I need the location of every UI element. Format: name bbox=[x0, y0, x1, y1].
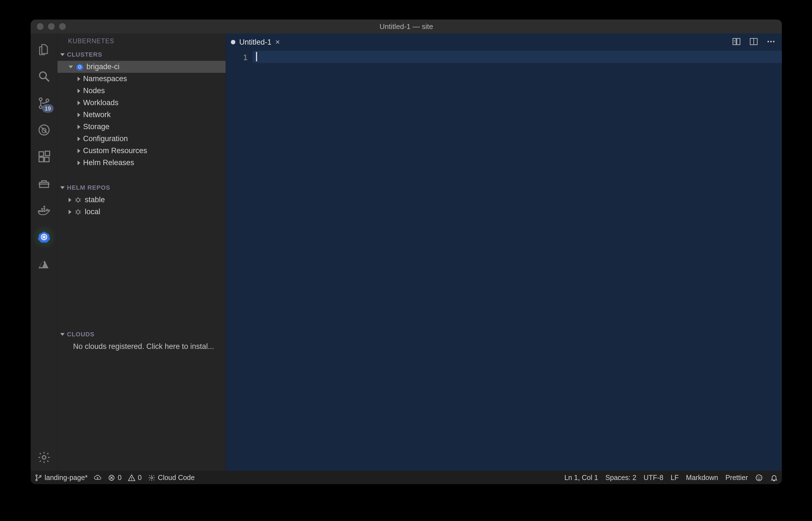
helm-repo-label: stable bbox=[85, 196, 105, 204]
toolbox-icon bbox=[37, 177, 51, 190]
minimize-window-button[interactable] bbox=[48, 23, 55, 30]
svg-rect-18 bbox=[737, 39, 740, 45]
section-header-clusters[interactable]: CLUSTERS bbox=[57, 48, 226, 61]
status-language-mode[interactable]: Markdown bbox=[686, 474, 718, 482]
git-branch-icon bbox=[34, 474, 42, 482]
cloud-code-label: Cloud Code bbox=[158, 474, 195, 482]
helm-icon bbox=[74, 196, 82, 204]
no-bug-icon bbox=[37, 123, 51, 137]
status-indentation[interactable]: Spaces: 2 bbox=[605, 474, 636, 482]
helm-tree: stable local bbox=[57, 194, 226, 220]
close-window-button[interactable] bbox=[37, 23, 44, 30]
svg-point-15 bbox=[76, 198, 80, 202]
editor-group: Untitled-1 × 1 bbox=[226, 33, 782, 471]
helm-repo-stable[interactable]: stable bbox=[57, 194, 226, 206]
cluster-node-brigade-ci[interactable]: brigade-ci bbox=[57, 61, 226, 73]
chevron-right-icon bbox=[77, 101, 80, 105]
svg-point-23 bbox=[36, 475, 37, 476]
split-editor-button[interactable] bbox=[749, 37, 759, 47]
more-actions-button[interactable] bbox=[766, 37, 776, 47]
svg-point-20 bbox=[767, 41, 769, 42]
chevron-right-icon bbox=[77, 125, 80, 129]
clouds-empty-message[interactable]: No clouds registered. Click here to inst… bbox=[57, 341, 226, 351]
error-count: 0 bbox=[118, 474, 121, 482]
title-bar[interactable]: Untitled-1 — site bbox=[31, 20, 782, 33]
section-header-clouds[interactable]: CLOUDS bbox=[57, 328, 226, 341]
scm-badge: 19 bbox=[42, 104, 53, 113]
section-header-helm-repos[interactable]: HELM REPOS bbox=[57, 182, 226, 194]
svg-point-24 bbox=[36, 479, 37, 480]
chevron-down-icon bbox=[60, 333, 65, 336]
status-cursor-position[interactable]: Ln 1, Col 1 bbox=[564, 474, 598, 482]
tree-item-configuration[interactable]: Configuration bbox=[57, 133, 226, 145]
activity-search[interactable] bbox=[31, 63, 57, 90]
text-editor[interactable]: 1 bbox=[226, 51, 782, 471]
section-label: CLUSTERS bbox=[67, 51, 102, 58]
activity-azure[interactable] bbox=[31, 250, 57, 277]
dirty-indicator-icon bbox=[231, 40, 235, 44]
svg-point-22 bbox=[773, 41, 775, 42]
svg-point-28 bbox=[151, 477, 153, 479]
status-eol[interactable]: LF bbox=[671, 474, 679, 482]
svg-point-0 bbox=[40, 72, 46, 78]
text-cursor bbox=[256, 52, 257, 61]
tree-item-label: Namespaces bbox=[83, 74, 127, 83]
activity-explorer[interactable] bbox=[31, 36, 57, 63]
clusters-tree: brigade-ci Namespaces Nodes Workloads Ne… bbox=[57, 61, 226, 171]
files-icon bbox=[37, 43, 51, 56]
activity-kubernetes[interactable] bbox=[31, 224, 57, 250]
tree-item-namespaces[interactable]: Namespaces bbox=[57, 73, 226, 85]
svg-point-29 bbox=[756, 475, 762, 480]
warning-icon bbox=[128, 474, 136, 482]
tree-item-storage[interactable]: Storage bbox=[57, 121, 226, 133]
error-icon bbox=[108, 474, 115, 482]
tree-item-network[interactable]: Network bbox=[57, 109, 226, 121]
status-branch[interactable]: landing-page* bbox=[34, 474, 88, 482]
status-errors[interactable]: 0 bbox=[108, 474, 121, 482]
activity-settings[interactable] bbox=[31, 444, 57, 471]
gear-icon bbox=[37, 451, 51, 464]
tree-item-helm-releases[interactable]: Helm Releases bbox=[57, 157, 226, 169]
helm-repo-local[interactable]: local bbox=[57, 206, 226, 218]
maximize-window-button[interactable] bbox=[59, 23, 66, 30]
tree-item-custom-resources[interactable]: Custom Resources bbox=[57, 145, 226, 157]
docker-icon bbox=[37, 204, 51, 217]
activity-extensions[interactable] bbox=[31, 143, 57, 170]
chevron-right-icon bbox=[77, 137, 80, 141]
activity-source-control[interactable]: 19 bbox=[31, 90, 57, 117]
svg-point-27 bbox=[131, 479, 132, 480]
tree-item-nodes[interactable]: Nodes bbox=[57, 85, 226, 97]
cluster-label: brigade-ci bbox=[87, 63, 120, 71]
activity-debug[interactable] bbox=[31, 117, 57, 143]
kubernetes-icon bbox=[76, 63, 84, 71]
svg-point-16 bbox=[76, 210, 80, 213]
tree-item-label: Helm Releases bbox=[83, 158, 134, 167]
status-feedback[interactable] bbox=[755, 474, 763, 482]
svg-rect-8 bbox=[45, 157, 49, 162]
tab-untitled-1[interactable]: Untitled-1 × bbox=[226, 33, 285, 51]
activity-cloud-code[interactable] bbox=[31, 170, 57, 197]
tree-item-workloads[interactable]: Workloads bbox=[57, 97, 226, 109]
status-sync[interactable] bbox=[94, 474, 101, 482]
status-warnings[interactable]: 0 bbox=[128, 474, 142, 482]
status-formatter[interactable]: Prettier bbox=[725, 474, 748, 482]
extensions-icon bbox=[37, 150, 51, 163]
activity-docker[interactable] bbox=[31, 197, 57, 224]
workbench-body: 19 bbox=[31, 33, 782, 471]
status-cloud-code[interactable]: Cloud Code bbox=[148, 474, 195, 482]
chevron-right-icon bbox=[77, 113, 80, 117]
chevron-right-icon bbox=[77, 161, 80, 165]
window-controls bbox=[31, 23, 66, 30]
status-encoding[interactable]: UTF-8 bbox=[644, 474, 664, 482]
chevron-right-icon bbox=[69, 210, 71, 214]
close-tab-button[interactable]: × bbox=[276, 38, 280, 46]
svg-rect-6 bbox=[39, 152, 44, 156]
status-bar: landing-page* 0 0 Cloud Code Ln 1, Col 1… bbox=[31, 471, 782, 484]
editor-content[interactable] bbox=[253, 51, 782, 471]
open-changes-button[interactable] bbox=[732, 37, 741, 47]
chevron-right-icon bbox=[77, 77, 80, 81]
sidebar-heading: KUBERNETES bbox=[57, 33, 226, 48]
svg-rect-7 bbox=[39, 157, 44, 162]
branch-name: landing-page* bbox=[45, 474, 88, 482]
status-notifications[interactable] bbox=[770, 474, 778, 482]
